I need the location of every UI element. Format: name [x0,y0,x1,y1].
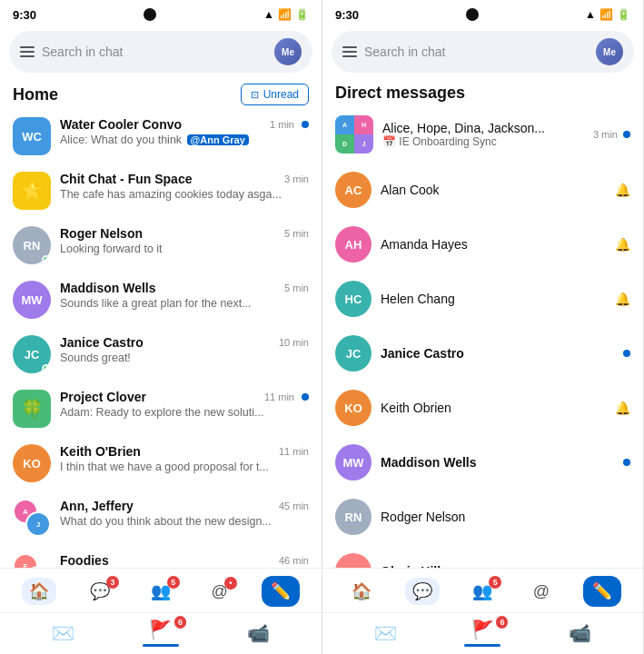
avatar-alan-cook: AC [335,172,372,208]
nav-mail-left[interactable]: ✉️ [52,622,74,644]
battery-icon-right: 🔋 [617,8,630,21]
chat-content-ann-jeffery: Ann, Jeffery 45 min What do you think ab… [60,499,309,528]
team-badge-left: 5 [167,576,180,589]
chat-badge-left: 3 [106,576,119,589]
nav-mail-right[interactable]: ✉️ [374,622,397,644]
chat-time-keith: 11 min [279,446,309,457]
mention-ann-gray: @Ann Gray [187,134,249,145]
chat-preview-chit-chat: The cafe has amazing cookies today asga.… [60,188,309,201]
nav-chat-right[interactable]: 🚩 6 [464,619,500,647]
dm-item-janice-right[interactable]: JC Janice Castro [322,326,643,381]
chat-item-chit-chat[interactable]: 🌟 Chit Chat - Fun Space 3 min The cafe h… [0,164,322,218]
toolbar-mention-left[interactable]: @ • [204,579,235,605]
chat-preview-keith: I thin that we have a good proposal for … [60,461,309,473]
bell-icon-keith: 🔔 [615,401,630,415]
bottom-nav-right: ✉️ 🚩 6 📹 [322,612,643,654]
chat-nav-icon-left: 🚩 [149,619,172,640]
chat-item-ann-jeffery[interactable]: A J Ann, Jeffery 45 min What do you thin… [0,490,322,545]
avatar-foodies: F 🍕 [13,553,51,568]
menu-icon-right[interactable] [342,46,357,57]
dm-item-gloria-hill[interactable]: GH Gloria Hill [322,544,643,568]
chat-content-water-cooler: Water Cooler Convo 1 min Alice: What do … [60,117,309,146]
dm-info-maddison-right: Maddison Wells [381,455,614,470]
dm-item-alan-cook[interactable]: AC Alan Cook 🔔 [322,163,643,217]
chat-item-foodies[interactable]: F 🍕 Foodies 46 min [0,545,322,568]
chat-time-water-cooler: 1 min [270,119,294,130]
toolbar-home-left[interactable]: 🏠 [22,578,56,605]
search-bar-right[interactable]: Search in chat Me [332,31,634,73]
dm-time-alice-group: 3 min [593,129,618,140]
dm-name-alice-group: Alice, Hope, Dina, Jackson... [382,121,584,135]
dm-info-alan-cook: Alan Cook [381,183,606,197]
user-avatar-right[interactable]: Me [596,38,623,65]
menu-icon-left[interactable] [20,46,35,57]
nav-video-left[interactable]: 📹 [247,622,270,644]
dm-name-rodger-right: Rodger Nelson [381,510,621,524]
toolbar-home-right[interactable]: 🏠 [344,578,379,605]
avatar-alice-group: A H D J [335,115,373,154]
chat-time-project-clover: 11 min [264,391,294,402]
wifi-icon-right: ▲ [585,8,596,21]
toolbar-chat-right[interactable]: 💬 [405,578,440,605]
status-icons-right: ▲ 📶 🔋 [585,8,630,21]
toolbar-compose-left[interactable]: ✏️ [262,576,300,607]
dm-right-alice-group: 3 min [593,129,630,140]
dm-right-janice-right [623,350,630,357]
chat-item-janice[interactable]: JC Janice Castro 10 min Sounds great! [0,327,322,382]
avatar-maddison: MW [13,281,51,319]
avatar-gloria-hill: GH [335,553,372,568]
mail-icon-left: ✉️ [52,622,74,644]
chat-content-keith: Keith O'Brien 11 min I thin that we have… [60,444,309,473]
nav-indicator-left [143,644,179,647]
toolbar-mention-right[interactable]: @ [526,579,557,605]
dm-name-alan-cook: Alan Cook [381,183,606,197]
dm-info-amanda-hayes: Amanda Hayes [381,237,606,252]
search-bar-left[interactable]: Search in chat Me [9,31,312,73]
left-phone: 9:30 ▲ 📶 🔋 Search in chat Me Home ⊡ Unre… [0,0,322,654]
toolbar-team-right[interactable]: 👥 5 [465,578,500,605]
chat-name-keith: Keith O'Brien [60,444,141,459]
chat-item-water-cooler[interactable]: WC Water Cooler Convo 1 min Alice: What … [0,109,322,164]
chat-name-water-cooler: Water Cooler Convo [60,117,182,132]
chat-item-project-clover[interactable]: 🍀 Project Clover 11 min Adam: Ready to e… [0,382,322,436]
dm-name-amanda-hayes: Amanda Hayes [381,237,606,252]
chat-item-maddison[interactable]: MW Maddison Wells 5 min Sounds like a gr… [0,272,322,327]
battery-icon: 🔋 [295,8,309,21]
dm-sub-alice-group: 📅 IE Onboarding Sync [382,135,584,148]
unread-indicator-clover [302,393,309,401]
unread-dot-alice [623,131,630,138]
chat-preview-water-cooler: Alice: What do you think @Ann Gray [60,134,309,146]
video-icon-right: 📹 [569,622,591,644]
dm-item-rodger-right[interactable]: RN Rodger Nelson [322,490,643,544]
nav-chat-left[interactable]: 🚩 6 [143,619,179,647]
avatar-keith-right: KO [335,390,372,426]
toolbar-compose-right[interactable]: ✏️ [583,576,621,607]
toolbar-chat-left[interactable]: 💬 3 [83,578,117,605]
chat-nav-badge-right: 6 [496,616,508,629]
avatar-maddison-right: MW [335,444,372,481]
compose-icon-left: ✏️ [271,581,291,601]
dm-item-helen-chang[interactable]: HC Helen Chang 🔔 [322,272,643,326]
user-avatar-left[interactable]: Me [274,38,302,65]
bell-icon-amanda: 🔔 [615,237,630,252]
team-badge-right: 5 [489,576,501,589]
unread-icon: ⊡ [251,89,259,101]
mention-badge-left: • [224,577,237,590]
chat-item-roger-nelson[interactable]: RN Roger Nelson 5 min Looking forward to… [0,218,322,272]
chat-name-roger: Roger Nelson [60,226,143,241]
status-bar-right: 9:30 ▲ 📶 🔋 [322,0,643,25]
status-icons-left: ▲ 📶 🔋 [263,8,309,21]
unread-button[interactable]: ⊡ Unread [241,84,309,105]
unread-label: Unread [263,88,299,101]
avatar-roger-nelson: RN [13,226,51,264]
bell-icon-helen: 🔔 [615,292,630,306]
dm-item-amanda-hayes[interactable]: AH Amanda Hayes 🔔 [322,217,643,272]
chat-item-keith[interactable]: KO Keith O'Brien 11 min I thin that we h… [0,436,322,490]
nav-video-right[interactable]: 📹 [569,622,591,644]
dm-name-janice-right: Janice Castro [381,346,614,361]
toolbar-team-left[interactable]: 👥 5 [144,578,178,605]
dm-item-alice-group[interactable]: A H D J Alice, Hope, Dina, Jackson... 📅 … [322,106,643,163]
dm-item-maddison-right[interactable]: MW Maddison Wells [322,435,643,490]
dm-item-keith-right[interactable]: KO Keith Obrien 🔔 [322,381,643,435]
chat-preview-roger: Looking forward to it [60,243,309,255]
